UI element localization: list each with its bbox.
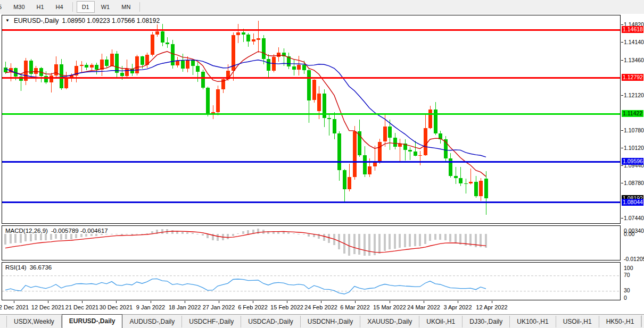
candle: [424, 115, 427, 156]
candles: [4, 21, 488, 215]
candle: [287, 53, 291, 69]
candle: [19, 73, 23, 91]
price-axis-tickmark: [621, 60, 623, 61]
timeframe-button-d1[interactable]: D1: [77, 1, 95, 13]
time-axis-tick: [287, 301, 287, 303]
candle: [343, 169, 346, 202]
macd-label: MACD(12,26,9) -0.005789 -0.004617: [5, 228, 108, 234]
price-axis-tickmark: [621, 165, 623, 166]
timeframe-button-h1[interactable]: H1: [31, 1, 49, 13]
time-axis-label: 9 Jan 2022: [136, 304, 165, 310]
candle: [242, 29, 245, 42]
tab-hk50-h1[interactable]: HK50-,H1: [599, 316, 642, 327]
candle: [373, 146, 377, 170]
rsi-pane[interactable]: RSI(14) 36.6736: [2, 262, 621, 300]
candle: [292, 59, 296, 75]
tab-usdchf-daily[interactable]: USDCHF-,Daily: [182, 316, 241, 327]
candle: [408, 147, 412, 160]
candle: [428, 106, 432, 129]
time-axis-tick: [321, 301, 321, 303]
candle: [246, 33, 250, 47]
price-axis-tickmark: [621, 42, 623, 43]
candle: [4, 62, 7, 73]
price-axis-tick-label: 1.12120: [624, 92, 644, 99]
candle: [176, 57, 179, 68]
price-axis-tickmark: [621, 95, 623, 96]
tab-usoil-h1[interactable]: USOil-,H1: [556, 316, 599, 327]
price-level-badge: 1.14618: [622, 26, 643, 33]
candle: [151, 32, 154, 56]
time-axis-tick: [151, 301, 151, 303]
rsi-axis-label: 0: [624, 295, 627, 301]
candle: [161, 24, 164, 46]
tab-dj30-daily[interactable]: DJ30-,Daily: [463, 316, 510, 327]
candle: [80, 61, 84, 72]
chart-dropdown-icon[interactable]: ▼: [5, 18, 10, 23]
candle: [444, 136, 448, 162]
price-axis-tickmark: [621, 148, 623, 148]
candle: [418, 151, 422, 165]
price-pane[interactable]: ▼ EURUSD-,Daily 1.08950 1.09223 1.07566 …: [2, 15, 621, 224]
candle: [459, 167, 463, 186]
macd-indicator-name: MACD(12,26,9): [5, 228, 48, 234]
chart-area: ▼ EURUSD-,Daily 1.08950 1.09223 1.07566 …: [0, 14, 644, 314]
candle: [257, 21, 260, 52]
timeframe-button-h4[interactable]: H4: [51, 1, 69, 13]
price-axis-tick-label: 1.07440: [624, 215, 644, 222]
rsi-indicator-name: RSI(14): [5, 264, 27, 271]
candle: [29, 59, 33, 77]
price-axis[interactable]: 1.148201.141401.134601.121201.107801.101…: [621, 14, 644, 314]
time-axis-label: 15 Mar 2022: [373, 304, 406, 310]
candle: [34, 66, 38, 82]
time-axis-label: 6 Mar 2022: [340, 304, 370, 310]
macd-axis-label: -0.012058: [624, 256, 644, 263]
candle: [105, 56, 109, 68]
candle: [115, 51, 119, 78]
candle: [474, 176, 478, 198]
time-axis[interactable]: 2 Dec 202112 Dec 202121 Dec 202130 Dec 2…: [2, 301, 621, 314]
time-axis-label: 12 Apr 2022: [476, 304, 507, 310]
tab-usdx-weekly[interactable]: USDX,Weekly: [6, 316, 62, 327]
time-axis-label: 30 Dec 2021: [100, 304, 133, 310]
timeframe-button-m30[interactable]: M30: [8, 1, 30, 13]
candle: [307, 69, 311, 123]
price-axis-tickmark: [621, 130, 623, 131]
price-axis-tick-label: 1.10780: [624, 127, 644, 134]
tab-uk100-h1[interactable]: UK100-,H1: [510, 316, 556, 327]
candle: [454, 167, 458, 184]
candle: [262, 35, 266, 64]
tab-xauusd-daily[interactable]: XAUUSD-,Daily: [360, 316, 419, 327]
price-axis-tick-label: 1.08780: [624, 180, 644, 187]
tab-scroll-buttons: ◄►: [641, 315, 644, 327]
candle: [206, 87, 210, 116]
rsi-canvas[interactable]: [2, 263, 620, 300]
candle: [252, 33, 255, 45]
candle: [333, 112, 336, 139]
chart-ohlc-readout: 1.08950 1.09223 1.07566 1.08192: [62, 17, 160, 24]
tab-eurusd-daily[interactable]: EURUSD-,Daily: [62, 314, 123, 328]
tab-ukoil-h1[interactable]: UKOil-,H1: [419, 316, 463, 327]
candle: [95, 63, 98, 74]
time-axis-label: 15 Feb 2022: [270, 304, 303, 310]
timeframe-button-mn[interactable]: MN: [116, 1, 136, 13]
candle: [100, 54, 104, 75]
macd-pane[interactable]: MACD(12,26,9) -0.005789 -0.004617: [2, 225, 621, 260]
tab-usdcad-daily[interactable]: USDCAD-,Daily: [241, 316, 301, 327]
price-level-badge: 1.12792: [622, 74, 643, 81]
candle: [358, 120, 361, 157]
candle: [378, 139, 382, 164]
timeframe-button-w1[interactable]: W1: [96, 1, 115, 13]
price-chart-canvas[interactable]: [2, 15, 620, 223]
candle: [54, 56, 58, 78]
candle: [221, 78, 225, 93]
tab-audusd-daily[interactable]: AUDUSD-,Daily: [122, 316, 182, 327]
price-level-badge: 1.11422: [622, 110, 643, 117]
candle: [479, 178, 483, 201]
timeframe-button-5[interactable]: 5: [0, 1, 7, 13]
candle: [393, 133, 397, 150]
candle: [403, 139, 407, 161]
tab-usdcnh-daily[interactable]: USDCNH-,Daily: [301, 316, 360, 327]
candle: [449, 153, 452, 177]
time-axis-tick: [458, 301, 458, 303]
chart-title: ▼ EURUSD-,Daily 1.08950 1.09223 1.07566 …: [5, 17, 160, 24]
